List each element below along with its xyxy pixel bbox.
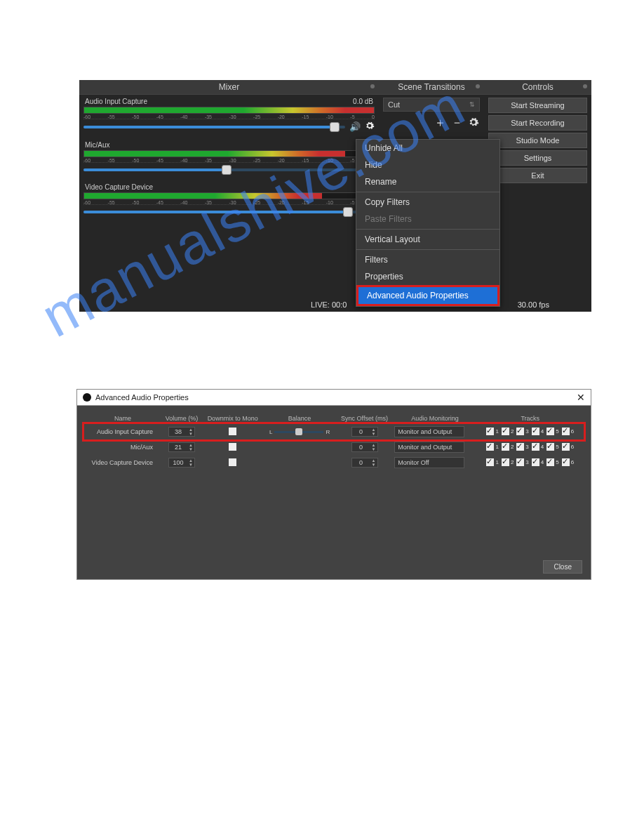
track-checkbox[interactable]: 5: [546, 428, 558, 435]
control-button[interactable]: Exit: [488, 168, 587, 183]
track-checkbox[interactable]: 6: [562, 443, 574, 451]
track-checkbox[interactable]: 4: [532, 428, 544, 435]
track-checkbox[interactable]: 2: [502, 428, 514, 435]
transitions-title: Scene Transitions: [379, 80, 484, 95]
mixer-panel: Mixer Audio Input Capture0.0 dB -60-55-5…: [79, 80, 379, 312]
track-checkbox[interactable]: 3: [516, 458, 528, 466]
menu-item[interactable]: Unhide All: [356, 140, 499, 157]
source-name: Mic/Aux: [84, 439, 161, 455]
menu-item[interactable]: Hide: [356, 157, 499, 173]
mono-checkbox[interactable]: [229, 458, 236, 466]
track-checkbox[interactable]: 5: [546, 458, 558, 466]
column-header: Name: [84, 413, 161, 424]
vu-meter: [83, 192, 375, 199]
track-name: Mic/Aux: [85, 141, 110, 149]
controls-title: Controls: [484, 80, 591, 95]
mixer-title: Mixer: [79, 80, 379, 95]
monitoring-select[interactable]: Monitor Off: [394, 457, 464, 468]
mixer-track: Audio Input Capture0.0 dB -60-55-50-45-4…: [83, 98, 375, 133]
vu-meter: [83, 107, 375, 114]
track-checkbox[interactable]: 1: [486, 458, 498, 466]
control-button[interactable]: Studio Mode: [488, 133, 587, 148]
track-checkbox[interactable]: 2: [502, 458, 514, 466]
add-transition-icon[interactable]: ＋: [434, 116, 446, 128]
volume-spinner[interactable]: ▲▼: [168, 427, 195, 437]
sync-offset-spinner[interactable]: ▲▼: [351, 458, 378, 468]
sync-offset-spinner[interactable]: ▲▼: [351, 427, 378, 437]
column-header: Volume (%): [161, 413, 202, 424]
control-button[interactable]: Settings: [488, 150, 587, 166]
updown-icon: ⇅: [469, 101, 475, 108]
menu-item[interactable]: Vertical Layout: [356, 231, 499, 248]
track-name: Audio Input Capture: [85, 98, 147, 105]
source-name: Audio Input Capture: [84, 424, 161, 439]
mixer-track: Mic/Aux-13. -60-55-50-45-40-35-30-25-20-…: [83, 141, 375, 175]
track-db: 0.0 dB: [353, 98, 373, 105]
window-title-bar: Advanced Audio Properties ✕: [77, 390, 591, 406]
remove-transition-icon[interactable]: －: [450, 116, 463, 128]
speaker-icon[interactable]: 🔊: [349, 121, 361, 132]
mono-checkbox[interactable]: [229, 443, 236, 451]
audio-row: Mic/Aux ▲▼ ▲▼ Monitor and Output 123456: [84, 439, 584, 455]
balance-slider[interactable]: LR: [269, 429, 330, 435]
audio-properties-table: NameVolume (%)Downmix to MonoBalanceSync…: [84, 413, 584, 470]
meter-ticks: -60-55-50-45-40-35-30-25-20-15-10-50: [83, 199, 375, 205]
column-header: Audio Monitoring: [393, 413, 476, 424]
menu-item[interactable]: Properties: [356, 268, 499, 285]
monitoring-select[interactable]: Monitor and Output: [394, 442, 464, 453]
track-checkbox[interactable]: 1: [486, 443, 498, 451]
track-checkbox[interactable]: 4: [532, 458, 544, 466]
mixer-context-menu: Unhide AllHideRenameCopy FiltersPaste Fi…: [356, 139, 500, 307]
column-header: Sync Offset (ms): [336, 413, 393, 424]
menu-item[interactable]: Copy Filters: [356, 194, 499, 211]
audio-row: Audio Input Capture ▲▼ LR ▲▼ Monitor and…: [84, 424, 584, 439]
transition-gear-icon[interactable]: [467, 116, 480, 128]
monitoring-select[interactable]: Monitor and Output: [394, 426, 464, 437]
track-name: Video Capture Device: [85, 183, 153, 191]
volume-slider[interactable]: [83, 126, 345, 128]
meter-ticks: -60-55-50-45-40-35-30-25-20-15-10-50: [83, 114, 375, 119]
mixer-track: Video Capture Device0. -60-55-50-45-40-3…: [83, 183, 375, 217]
track-checkbox[interactable]: 6: [562, 428, 574, 435]
gear-icon[interactable]: [365, 121, 375, 133]
transition-select[interactable]: Cut ⇅: [383, 98, 480, 112]
sync-offset-spinner[interactable]: ▲▼: [351, 442, 378, 452]
control-button[interactable]: Start Recording: [488, 115, 587, 131]
menu-item[interactable]: Advanced Audio Properties: [356, 285, 499, 306]
menu-item[interactable]: Filters: [356, 251, 499, 268]
close-icon[interactable]: ✕: [577, 392, 585, 403]
column-header: Downmix to Mono: [202, 413, 263, 424]
column-header: Balance: [263, 413, 336, 424]
vu-meter: [83, 150, 375, 157]
volume-slider[interactable]: [83, 211, 359, 213]
track-checkbox[interactable]: 2: [502, 443, 514, 451]
menu-item[interactable]: Rename: [356, 173, 499, 190]
volume-spinner[interactable]: ▲▼: [168, 442, 195, 452]
track-checkbox[interactable]: 3: [516, 443, 528, 451]
menu-item: Paste Filters: [356, 211, 499, 227]
close-button[interactable]: Close: [543, 560, 582, 574]
control-button[interactable]: Start Streaming: [488, 98, 587, 113]
obs-logo-icon: [83, 393, 91, 402]
advanced-audio-properties-window: Advanced Audio Properties ✕ NameVolume (…: [76, 389, 591, 580]
mono-checkbox[interactable]: [229, 428, 236, 435]
track-checkbox[interactable]: 1: [486, 428, 498, 435]
obs-main-screenshot: Mixer Audio Input Capture0.0 dB -60-55-5…: [79, 80, 591, 312]
volume-slider[interactable]: [83, 168, 359, 171]
column-header: Tracks: [477, 413, 584, 424]
volume-spinner[interactable]: ▲▼: [168, 458, 195, 468]
source-name: Video Capture Device: [84, 455, 161, 470]
status-bar: LIVE: 00:0 30.00 fps: [79, 300, 591, 309]
track-checkbox[interactable]: 4: [532, 443, 544, 451]
meter-ticks: -60-55-50-45-40-35-30-25-20-15-10-50: [83, 157, 375, 163]
track-checkbox[interactable]: 6: [562, 458, 574, 466]
track-checkbox[interactable]: 5: [546, 443, 558, 451]
audio-row: Video Capture Device ▲▼ ▲▼ Monitor Off 1…: [84, 455, 584, 470]
track-checkbox[interactable]: 3: [516, 428, 528, 435]
